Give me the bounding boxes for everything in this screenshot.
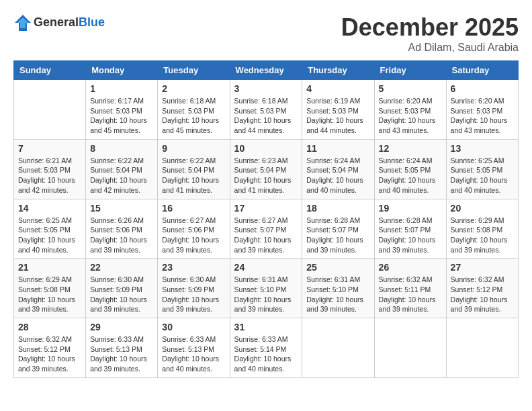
- day-number: 6: [451, 83, 514, 94]
- day-info: Sunrise: 6:26 AMSunset: 5:06 PMDaylight:…: [90, 216, 153, 255]
- day-number: 9: [162, 143, 225, 154]
- calendar-cell: 6Sunrise: 6:20 AMSunset: 5:03 PMDaylight…: [446, 80, 518, 140]
- day-number: 27: [451, 262, 514, 273]
- col-tuesday: Tuesday: [158, 61, 230, 80]
- calendar-cell: 7Sunrise: 6:21 AMSunset: 5:03 PMDaylight…: [14, 139, 86, 199]
- day-info: Sunrise: 6:32 AMSunset: 5:12 PMDaylight:…: [451, 275, 514, 314]
- day-info: Sunrise: 6:25 AMSunset: 5:05 PMDaylight:…: [18, 216, 81, 255]
- day-number: 15: [90, 203, 153, 214]
- calendar-cell: 29Sunrise: 6:33 AMSunset: 5:13 PMDayligh…: [86, 318, 158, 378]
- day-number: 24: [234, 262, 298, 273]
- calendar-cell: 24Sunrise: 6:31 AMSunset: 5:10 PMDayligh…: [230, 259, 302, 318]
- calendar-week-row: 7Sunrise: 6:21 AMSunset: 5:03 PMDaylight…: [14, 139, 519, 199]
- day-number: 30: [162, 322, 225, 332]
- calendar-cell: 13Sunrise: 6:25 AMSunset: 5:05 PMDayligh…: [446, 139, 518, 199]
- calendar-cell: 12Sunrise: 6:24 AMSunset: 5:05 PMDayligh…: [374, 139, 446, 199]
- col-wednesday: Wednesday: [230, 61, 302, 80]
- calendar-cell: 3Sunrise: 6:18 AMSunset: 5:03 PMDaylight…: [230, 80, 302, 140]
- calendar-week-row: 14Sunrise: 6:25 AMSunset: 5:05 PMDayligh…: [14, 199, 519, 259]
- calendar-cell: 4Sunrise: 6:19 AMSunset: 5:03 PMDaylight…: [302, 80, 374, 140]
- calendar-cell: 1Sunrise: 6:17 AMSunset: 5:03 PMDaylight…: [86, 80, 158, 140]
- day-number: 5: [379, 83, 442, 94]
- day-info: Sunrise: 6:31 AMSunset: 5:10 PMDaylight:…: [306, 275, 369, 314]
- day-number: 18: [306, 203, 369, 214]
- calendar-cell: 8Sunrise: 6:22 AMSunset: 5:04 PMDaylight…: [86, 139, 158, 199]
- day-number: 8: [90, 143, 153, 154]
- col-friday: Friday: [374, 61, 446, 80]
- day-number: 13: [451, 143, 514, 154]
- day-number: 23: [162, 262, 225, 273]
- day-info: Sunrise: 6:28 AMSunset: 5:07 PMDaylight:…: [379, 216, 442, 255]
- logo: GeneralBlue: [13, 13, 105, 32]
- col-saturday: Saturday: [446, 61, 518, 80]
- day-info: Sunrise: 6:31 AMSunset: 5:10 PMDaylight:…: [234, 275, 298, 314]
- day-number: 17: [234, 203, 298, 214]
- day-number: 2: [162, 83, 225, 94]
- day-info: Sunrise: 6:27 AMSunset: 5:06 PMDaylight:…: [162, 216, 225, 255]
- day-number: 25: [306, 262, 369, 273]
- day-number: 1: [90, 83, 153, 94]
- title-area: December 2025 Ad Dilam, Saudi Arabia: [341, 13, 519, 54]
- calendar-cell: 14Sunrise: 6:25 AMSunset: 5:05 PMDayligh…: [14, 199, 86, 259]
- day-number: 26: [379, 262, 442, 273]
- calendar-cell: [302, 318, 374, 378]
- calendar-cell: 21Sunrise: 6:29 AMSunset: 5:08 PMDayligh…: [14, 259, 86, 318]
- calendar-cell: 25Sunrise: 6:31 AMSunset: 5:10 PMDayligh…: [302, 259, 374, 318]
- day-info: Sunrise: 6:29 AMSunset: 5:08 PMDaylight:…: [451, 216, 514, 255]
- calendar-week-row: 1Sunrise: 6:17 AMSunset: 5:03 PMDaylight…: [14, 80, 519, 140]
- day-number: 4: [306, 83, 369, 94]
- calendar-week-row: 21Sunrise: 6:29 AMSunset: 5:08 PMDayligh…: [14, 259, 519, 318]
- day-number: 10: [234, 143, 298, 154]
- day-number: 11: [306, 143, 369, 154]
- col-thursday: Thursday: [302, 61, 374, 80]
- calendar-cell: 5Sunrise: 6:20 AMSunset: 5:03 PMDaylight…: [374, 80, 446, 140]
- calendar-cell: 18Sunrise: 6:28 AMSunset: 5:07 PMDayligh…: [302, 199, 374, 259]
- col-monday: Monday: [86, 61, 158, 80]
- day-info: Sunrise: 6:17 AMSunset: 5:03 PMDaylight:…: [90, 96, 153, 136]
- calendar-cell: [374, 318, 446, 378]
- day-info: Sunrise: 6:20 AMSunset: 5:03 PMDaylight:…: [451, 96, 514, 136]
- location-title: Ad Dilam, Saudi Arabia: [341, 42, 519, 54]
- calendar-cell: 27Sunrise: 6:32 AMSunset: 5:12 PMDayligh…: [446, 259, 518, 318]
- calendar-cell: 28Sunrise: 6:32 AMSunset: 5:12 PMDayligh…: [14, 318, 86, 378]
- day-info: Sunrise: 6:27 AMSunset: 5:07 PMDaylight:…: [234, 216, 298, 255]
- day-info: Sunrise: 6:32 AMSunset: 5:11 PMDaylight:…: [379, 275, 442, 314]
- calendar-cell: 19Sunrise: 6:28 AMSunset: 5:07 PMDayligh…: [374, 199, 446, 259]
- calendar-cell: [14, 80, 86, 140]
- day-number: 14: [18, 203, 81, 214]
- calendar-header-row: Sunday Monday Tuesday Wednesday Thursday…: [14, 61, 519, 80]
- day-number: 20: [451, 203, 514, 214]
- day-info: Sunrise: 6:29 AMSunset: 5:08 PMDaylight:…: [18, 275, 81, 314]
- logo-general-text: General: [34, 15, 79, 29]
- page-header: GeneralBlue December 2025 Ad Dilam, Saud…: [13, 13, 519, 54]
- day-info: Sunrise: 6:24 AMSunset: 5:04 PMDaylight:…: [306, 156, 369, 195]
- calendar-cell: 11Sunrise: 6:24 AMSunset: 5:04 PMDayligh…: [302, 139, 374, 199]
- day-info: Sunrise: 6:20 AMSunset: 5:03 PMDaylight:…: [379, 96, 442, 136]
- day-info: Sunrise: 6:30 AMSunset: 5:09 PMDaylight:…: [162, 275, 225, 314]
- calendar-cell: 20Sunrise: 6:29 AMSunset: 5:08 PMDayligh…: [446, 199, 518, 259]
- calendar-cell: 10Sunrise: 6:23 AMSunset: 5:04 PMDayligh…: [230, 139, 302, 199]
- day-info: Sunrise: 6:33 AMSunset: 5:14 PMDaylight:…: [234, 334, 298, 374]
- day-number: 22: [90, 262, 153, 273]
- day-number: 19: [379, 203, 442, 214]
- calendar-cell: [446, 318, 518, 378]
- day-info: Sunrise: 6:18 AMSunset: 5:03 PMDaylight:…: [234, 96, 298, 136]
- day-info: Sunrise: 6:33 AMSunset: 5:13 PMDaylight:…: [162, 334, 225, 374]
- col-sunday: Sunday: [14, 61, 86, 80]
- calendar-week-row: 28Sunrise: 6:32 AMSunset: 5:12 PMDayligh…: [14, 318, 519, 378]
- day-info: Sunrise: 6:32 AMSunset: 5:12 PMDaylight:…: [18, 334, 81, 374]
- calendar-cell: 22Sunrise: 6:30 AMSunset: 5:09 PMDayligh…: [86, 259, 158, 318]
- calendar-cell: 9Sunrise: 6:22 AMSunset: 5:04 PMDaylight…: [158, 139, 230, 199]
- day-info: Sunrise: 6:18 AMSunset: 5:03 PMDaylight:…: [162, 96, 225, 136]
- logo-blue-text: Blue: [79, 15, 105, 29]
- day-info: Sunrise: 6:22 AMSunset: 5:04 PMDaylight:…: [162, 156, 225, 195]
- day-number: 7: [18, 143, 81, 154]
- calendar-cell: 31Sunrise: 6:33 AMSunset: 5:14 PMDayligh…: [230, 318, 302, 378]
- day-number: 3: [234, 83, 298, 94]
- calendar-cell: 15Sunrise: 6:26 AMSunset: 5:06 PMDayligh…: [86, 199, 158, 259]
- day-number: 12: [379, 143, 442, 154]
- day-number: 21: [18, 262, 81, 273]
- day-number: 28: [18, 322, 81, 332]
- calendar-table: Sunday Monday Tuesday Wednesday Thursday…: [13, 60, 519, 378]
- day-info: Sunrise: 6:25 AMSunset: 5:05 PMDaylight:…: [451, 156, 514, 195]
